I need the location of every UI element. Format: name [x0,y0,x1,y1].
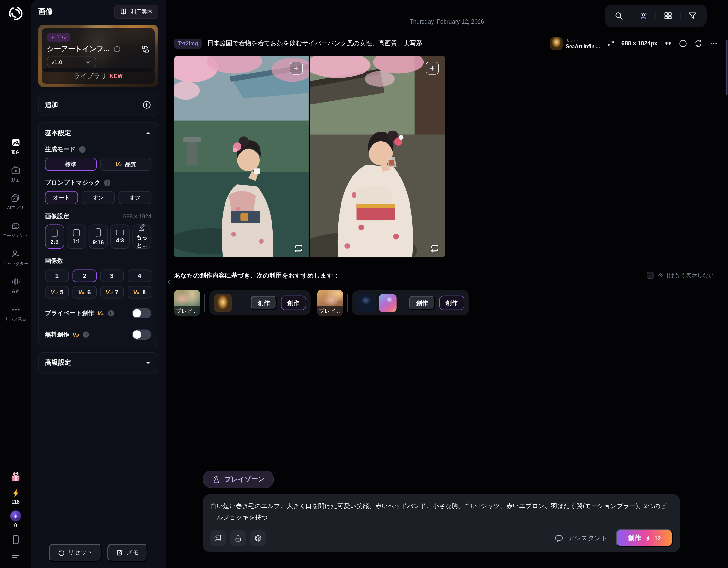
reset-button-label: リセット [68,549,93,557]
basic-settings-title: 基本設定 [45,129,71,137]
generation-model-chip[interactable]: モデル SeaArt Infini... [550,37,600,50]
mode-standard-button[interactable]: 標準 [45,158,96,171]
count-7-vip-button[interactable]: VIP7 [100,286,124,298]
mobile-app-icon[interactable] [10,534,21,545]
collapse-caret-icon[interactable] [145,130,151,136]
prompt-input-text[interactable]: 白い短い巻き毛のエルフ、大きく口を開けた可愛い笑顔、赤いヘッドバンド、小さな胸、… [210,501,673,523]
model-card[interactable]: モデル シーアートインフ... v1.0 ライブラリ NEW [38,25,158,87]
info-icon[interactable]: ! [108,310,114,316]
ratio-9-16-button[interactable]: 9:16 [89,225,108,249]
rail-item-ai-apps[interactable]: AI AIアプリ [7,193,24,211]
prompt-magic-label: プロンプトマジック [45,179,101,187]
private-creation-label: プライベート創作 [45,309,94,317]
vip-icon: VIP [78,289,85,295]
create-button-purple[interactable]: 創作 [281,295,306,310]
count-4-button[interactable]: 4 [128,270,151,283]
advanced-settings-section[interactable]: 高級設定 [38,352,158,374]
rail-item-image[interactable]: 画像 [10,137,21,156]
ratio-1-1-button[interactable]: 1:1 [67,225,86,249]
memo-button[interactable]: メモ [107,544,148,562]
preview-thumbnail-1[interactable]: プレビ... [174,289,200,316]
info-icon[interactable]: ! [104,180,110,186]
count-1-button[interactable]: 1 [45,270,69,283]
magic-off-button[interactable]: オフ [118,191,151,204]
gift-icon[interactable] [10,471,21,482]
create-button-gray[interactable]: 創作 [409,295,435,310]
quote-prompt-icon[interactable] [664,40,672,47]
remix-icon[interactable] [294,243,304,254]
rail-item-character[interactable]: キャラクター [3,249,29,267]
free-creation-toggle[interactable] [132,329,151,340]
model-card-overlay: モデル シーアートインフ... v1.0 [42,28,155,72]
prompt-composer: プレイゾーン 白い短い巻き毛のエルフ、大きく口を開けた可愛い笑顔、赤いヘッドバン… [203,470,680,552]
magic-auto-button[interactable]: オート [45,191,78,204]
info-icon[interactable]: ! [83,331,89,338]
dismiss-today-control[interactable]: 今日はもう表示しない [647,272,714,279]
rail-item-agent[interactable]: エージェント [3,221,29,239]
advanced-settings-title: 高級設定 [45,359,71,367]
generation-prompt[interactable]: 日本庭園で着物を着てお茶を飲むサイバーパンク風の女性、高画質、実写系 [207,39,422,48]
ratio-custom-button[interactable]: もっと... [132,225,151,249]
library-button[interactable]: ライブラリ NEW [42,68,155,84]
count-8-vip-button[interactable]: VIP8 [128,286,151,298]
rail-item-more[interactable]: もっと見る [5,304,26,322]
create-button-purple[interactable]: 創作 [439,295,464,310]
dismiss-today-checkbox[interactable] [647,272,654,279]
add-section[interactable]: 追加 [38,94,158,116]
generated-image-1[interactable] [174,56,309,258]
create-button-gray[interactable]: 創作 [251,295,277,310]
seaart-logo-icon[interactable] [8,6,24,21]
model-thumbnail[interactable] [357,294,375,311]
energy-yellow[interactable]: 118 [11,489,20,504]
count-6-vip-button[interactable]: VIP6 [73,286,96,298]
playzone-button[interactable]: プレイゾーン [203,470,274,488]
count-label: 7 [115,288,118,295]
more-menu-icon[interactable] [710,39,718,48]
ratio-label: 2:3 [51,238,59,245]
guide-button[interactable]: + 利用案内 [114,5,158,19]
add-to-collection-button[interactable] [426,62,439,75]
model-thumbnail[interactable] [214,294,232,311]
count-5-vip-button[interactable]: VIP5 [45,286,69,298]
ratio-2-3-button[interactable]: 2:3 [45,225,64,249]
private-creation-toggle[interactable] [132,308,151,319]
plus-circle-icon[interactable] [142,100,152,110]
regenerate-icon[interactable] [694,39,702,48]
magic-off-label: オフ [129,194,141,202]
mode-quality-button[interactable]: VIP 品質 [100,158,151,171]
expand-caret-icon[interactable] [145,360,151,366]
remix-icon[interactable] [430,243,440,254]
create-submit-button[interactable]: 創作 12 [616,529,673,547]
prompt-input-box[interactable]: 白い短い巻き毛のエルフ、大きく口を開けた可愛い笑顔、赤いヘッドバンド、小さな胸、… [203,494,680,552]
model-version-select[interactable]: v1.0 [47,57,96,67]
add-to-collection-button[interactable] [290,62,303,75]
info-icon[interactable] [679,39,687,48]
rail-item-video[interactable]: 動画 [10,165,21,183]
model-swap-icon[interactable] [141,45,150,53]
add-image-icon[interactable] [210,530,226,546]
model-thumbnail[interactable] [379,294,396,311]
expand-icon[interactable] [607,40,615,47]
assistant-button[interactable]: アシスタント [554,533,608,543]
ai-apps-icon: AI [10,193,21,203]
magic-on-button[interactable]: オン [82,191,115,204]
info-icon[interactable]: ! [79,146,85,153]
basic-settings-header[interactable]: 基本設定 [45,129,151,137]
count-2-button[interactable]: 2 [73,270,96,283]
ratio-tall-icon [96,228,101,237]
dice-random-icon[interactable] [250,530,266,546]
reset-button[interactable]: リセット [49,544,102,562]
sidebar-collapse-handle[interactable] [166,279,173,286]
count-3-button[interactable]: 3 [100,270,124,283]
menu-collapse-icon[interactable] [10,551,21,562]
energy-purple[interactable]: 0 [10,510,21,528]
create-submit-label: 創作 [628,534,641,542]
scrollbar-thumb[interactable] [726,40,728,95]
preview-thumbnail-2[interactable]: プレビ... [317,289,343,316]
unlock-icon[interactable] [230,530,246,546]
create-cost: 12 [654,535,661,541]
ratio-4-3-button[interactable]: 4:3 [110,225,130,249]
model-info-icon[interactable] [113,45,121,53]
generated-image-2[interactable] [310,56,445,258]
rail-item-audio[interactable]: 音声 [10,277,21,295]
